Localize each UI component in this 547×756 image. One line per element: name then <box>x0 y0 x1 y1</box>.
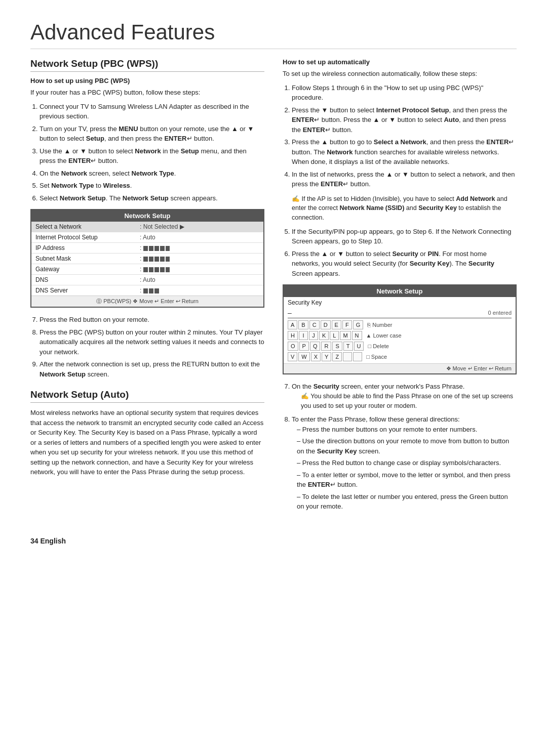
note2: You should be able to find the Pass Phra… <box>301 392 517 411</box>
pbc-step-5: Set Network Type to Wireless. <box>40 181 264 191</box>
key-blank1 <box>343 352 352 361</box>
security-keyboard: A B C D E F G ⎘ Number H I J K L M N <box>288 320 512 361</box>
auto-step-2: Press the ▼ button to select Internet Pr… <box>292 105 517 135</box>
row-label: IP Address <box>31 243 136 254</box>
auto-step-4: In the list of networks, press the ▲ or … <box>292 170 517 189</box>
directions-list: Press the number buttons on your remote … <box>297 425 517 512</box>
auto-step-3: Press the ▲ button to go to Select a Net… <box>292 137 517 167</box>
direction-3: Press the Red button to change case or d… <box>297 458 517 468</box>
row-value: : <box>136 285 263 296</box>
page-number: 34 English <box>30 537 517 545</box>
network-setup-footer: ⓪ PBC(WPS) ❖ Move ↵ Enter ↩ Return <box>31 296 263 307</box>
pbc-step-3: Use the ▲ or ▼ button to select Network … <box>40 146 264 166</box>
kb-label-number: ⎘ Number <box>367 322 392 328</box>
direction-2: Use the direction buttons on your remote… <box>297 436 517 456</box>
row-label: Internet Protocol Setup <box>31 232 136 243</box>
security-key-label: Security Key <box>284 297 516 307</box>
section2-body: Most wireless networks have an optional … <box>30 408 264 477</box>
security-key-input: – 0 entered <box>288 309 512 318</box>
key-T[interactable]: T <box>343 342 353 351</box>
row-label: DNS Server <box>31 285 136 296</box>
auto-step-1: Follow Steps 1 through 6 in the "How to … <box>292 83 517 103</box>
left-column: Network Setup (PBC (WPS)) How to set up … <box>30 58 264 517</box>
kb-row-2: H I J K L M N ▲ Lower case <box>288 331 512 340</box>
key-H[interactable]: H <box>288 331 298 340</box>
key-X[interactable]: X <box>311 352 321 361</box>
table-row-ip-setup: Internet Protocol Setup : Auto <box>31 232 263 243</box>
pbc-step-7: Press the Red button on your remote. <box>40 315 264 325</box>
key-G[interactable]: G <box>353 320 364 329</box>
network-setup-box: Network Setup Select a Network : Not Sel… <box>30 209 264 308</box>
key-Y[interactable]: Y <box>322 352 331 361</box>
key-M[interactable]: M <box>340 331 350 340</box>
page-title: Advanced Features <box>30 20 517 49</box>
row-value: : Auto <box>136 275 263 285</box>
network-setup-table: Select a Network : Not Selected ▶ Intern… <box>31 222 263 296</box>
key-F[interactable]: F <box>342 320 352 329</box>
row-value: : Auto <box>136 232 263 243</box>
key-A[interactable]: A <box>288 320 297 329</box>
key-S[interactable]: S <box>332 342 342 351</box>
row-value: : Not Selected ▶ <box>136 222 263 232</box>
pbc-step-8: Press the PBC (WPS) button on your route… <box>40 327 264 357</box>
key-V[interactable]: V <box>288 352 297 361</box>
key-I[interactable]: I <box>299 331 308 340</box>
row-value: : <box>136 243 263 254</box>
auto-step-6: Press the ▲ or ▼ button to select Securi… <box>292 249 517 279</box>
auto-steps-list: Follow Steps 1 through 6 in the "How to … <box>292 83 517 189</box>
security-entered: 0 entered <box>488 310 512 316</box>
kb-row-4: V W X Y Z □ Space <box>288 352 512 361</box>
pbc-step-4: On the Network screen, select Network Ty… <box>40 169 264 179</box>
key-N[interactable]: N <box>352 331 362 340</box>
pbc-steps-list: Connect your TV to Samsung Wireless LAN … <box>40 102 264 203</box>
key-K[interactable]: K <box>319 331 329 340</box>
section1-title: Network Setup (PBC (WPS)) <box>30 58 264 72</box>
auto-intro: To set up the wireless connection automa… <box>283 69 517 79</box>
key-P[interactable]: P <box>299 342 309 351</box>
table-row-dns-server: DNS Server : <box>31 285 263 296</box>
key-R[interactable]: R <box>321 342 331 351</box>
key-U[interactable]: U <box>354 342 364 351</box>
pbc-step-2: Turn on your TV, press the MENU button o… <box>40 124 264 144</box>
table-row-ip: IP Address : <box>31 243 263 254</box>
row-label: DNS <box>31 275 136 285</box>
pbc-step-6: Select Network Setup. The Network Setup … <box>40 193 264 203</box>
pbc-intro: If your router has a PBC (WPS) button, f… <box>30 88 264 98</box>
key-B[interactable]: B <box>298 320 308 329</box>
key-E[interactable]: E <box>332 320 341 329</box>
key-C[interactable]: C <box>309 320 320 329</box>
network-setup-box-title: Network Setup <box>31 210 263 222</box>
key-J[interactable]: J <box>309 331 318 340</box>
kb-label-lowercase: ▲ Lower case <box>366 332 402 339</box>
pbc-step-1: Connect your TV to Samsung Wireless LAN … <box>40 102 264 121</box>
security-box: Network Setup Security Key – 0 entered A… <box>283 284 517 374</box>
row-label: Gateway <box>31 264 136 275</box>
auto-step-5: If the Security/PIN pop-up appears, go t… <box>292 227 517 246</box>
direction-5: To delete the last letter or number you … <box>297 492 517 512</box>
row-value: : <box>136 264 263 275</box>
kb-row-1: A B C D E F G ⎘ Number <box>288 320 512 329</box>
row-value: : <box>136 254 263 264</box>
table-row-gateway: Gateway : <box>31 264 263 275</box>
note1: If the AP is set to Hidden (Invisible), … <box>292 194 517 223</box>
auto-step-8: To enter the Pass Phrase, follow these g… <box>292 414 517 512</box>
section2-title: Network Setup (Auto) <box>30 389 264 403</box>
key-O[interactable]: O <box>288 342 298 351</box>
table-row-subnet: Subnet Mask : <box>31 254 263 264</box>
key-Q[interactable]: Q <box>310 342 321 351</box>
pbc-step-9: After the network connection is set up, … <box>40 359 264 379</box>
key-blank2 <box>353 352 362 361</box>
auto-subsection-title: How to set up automatically <box>283 58 517 66</box>
table-row-select-network: Select a Network : Not Selected ▶ <box>31 222 263 232</box>
security-footer: ❖ Move ↵ Enter ↩ Return <box>284 363 516 373</box>
pbc-steps-after-box: Press the Red button on your remote. Pre… <box>40 315 264 379</box>
security-box-title: Network Setup <box>284 285 516 297</box>
key-Z[interactable]: Z <box>332 352 342 361</box>
direction-1: Press the number buttons on your remote … <box>297 425 517 435</box>
auto-step-7: On the Security screen, enter your netwo… <box>292 382 517 410</box>
direction-4: To a enter letter or symbol, move to the… <box>297 470 517 490</box>
kb-row-3: O P Q R S T U □ Delete <box>288 342 512 351</box>
key-D[interactable]: D <box>321 320 331 329</box>
key-W[interactable]: W <box>298 352 309 361</box>
key-L[interactable]: L <box>330 331 339 340</box>
